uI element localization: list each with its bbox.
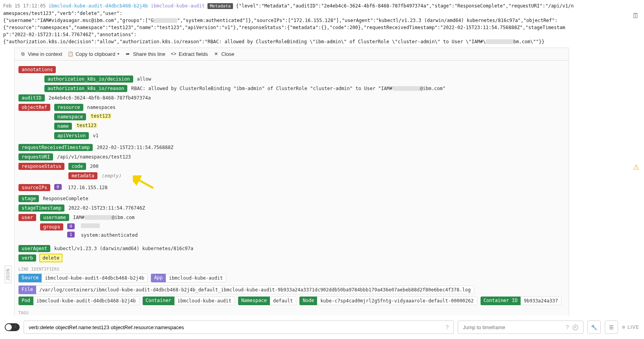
- chip-app[interactable]: Appibmcloud-kube-audit: [151, 274, 226, 282]
- log-timestamp: Feb 15 17:12:05: [3, 3, 46, 9]
- field-stage-timestamp[interactable]: stageTimestamp: [18, 205, 64, 212]
- clock-icon[interactable]: 🕘: [572, 324, 578, 330]
- chip-node[interactable]: Nodekube-c7sp4cad0mjrl2g5fntg-vidyaaarol…: [299, 297, 477, 305]
- chip-container[interactable]: Containeribmcloud-kube-audit: [143, 297, 235, 305]
- redacted-text: [81, 223, 100, 228]
- share-icon: ➦: [125, 51, 130, 57]
- array-index: 1: [67, 232, 75, 238]
- chip-file[interactable]: File/var/log/containers/ibmcloud-kube-au…: [18, 286, 474, 294]
- calendar-icon[interactable]: 🗓: [632, 12, 639, 20]
- array-index: 0: [67, 223, 75, 229]
- field-request-received-timestamp[interactable]: requestReceivedTimestamp: [18, 144, 93, 151]
- field-response-status[interactable]: responseStatus: [18, 163, 64, 170]
- json-tab[interactable]: JSON: [5, 265, 11, 283]
- field-resource[interactable]: resource: [54, 104, 83, 111]
- field-value: 200: [90, 163, 99, 169]
- help-icon[interactable]: ?: [446, 324, 449, 330]
- warning-icon[interactable]: ⚠: [633, 163, 639, 171]
- field-username[interactable]: username: [40, 214, 69, 221]
- search-input[interactable]: [29, 324, 446, 330]
- field-value: IAM#@ibm.com: [73, 214, 135, 220]
- chip-pod[interactable]: Podibmcloud-kube-audit-d4dbcb468-b2j4b: [18, 297, 139, 305]
- extract-fields-button[interactable]: <>Extract fields: [171, 51, 208, 57]
- list-icon: ☰: [609, 324, 614, 330]
- field-value: ResponseComplete: [43, 195, 88, 201]
- detail-toolbar: ⧉View in context 📋Copy to clipboard▾ ➦Sh…: [15, 48, 569, 61]
- field-verb[interactable]: verb: [18, 254, 36, 262]
- field-auth-decision[interactable]: authorization_k8s_io/decision: [44, 76, 133, 83]
- field-objectref[interactable]: objectRef: [18, 104, 50, 111]
- right-sidebar: 🗓 ⚠: [578, 0, 644, 339]
- log-header: Feb 15 17:12:05 ibmcloud-kube-audit-d4db…: [0, 0, 578, 48]
- help-icon[interactable]: ?: [566, 324, 569, 330]
- moon-icon: ☾: [14, 324, 18, 329]
- field-user[interactable]: user: [18, 214, 36, 221]
- chevron-down-icon: ▾: [117, 52, 119, 56]
- field-metadata[interactable]: metadata: [68, 172, 97, 179]
- code-icon: <>: [171, 51, 176, 57]
- tags-header: TAGS: [18, 311, 565, 315]
- field-value-highlighted: test123: [76, 123, 97, 128]
- field-auditid[interactable]: auditID: [18, 94, 45, 101]
- field-value: allow: [137, 76, 151, 82]
- field-groups[interactable]: groups: [40, 223, 63, 230]
- fields-list: annotations authorization_k8s_io/decisio…: [15, 61, 569, 339]
- chip-container-id[interactable]: Container ID9b933a24a337: [481, 297, 561, 305]
- chip-source[interactable]: Sourceibmcloud-kube-audit-d4dbcb468-b2j4…: [18, 274, 148, 282]
- field-value: namespaces: [87, 104, 116, 110]
- field-auth-reason[interactable]: authorization_k8s_io/reason: [44, 85, 127, 92]
- tools-button[interactable]: 🔧: [587, 321, 601, 334]
- live-dot-icon: [622, 326, 625, 329]
- field-value: /api/v1/namespaces/test123: [57, 153, 131, 160]
- log-source-app[interactable]: ibmcloud-kube-audit: [151, 3, 205, 9]
- live-indicator[interactable]: LIVE: [622, 324, 639, 330]
- field-annotations[interactable]: annotations: [18, 66, 56, 73]
- redacted-text: [486, 39, 513, 44]
- line-identifiers-header: LINE IDENTIFIERS: [18, 267, 565, 271]
- field-value-highlighted-boxed: delete: [40, 254, 62, 262]
- redacted-text: [84, 215, 112, 220]
- redacted-text: [154, 18, 177, 23]
- field-value-highlighted: test123: [90, 113, 112, 119]
- svg-line-0: [136, 179, 153, 188]
- field-value-empty: (empty): [101, 172, 121, 179]
- bottom-bar: ☾ ? ? 🕘 🔧 ☰ LIVE: [0, 315, 644, 339]
- field-value: 172.16.155.128: [68, 184, 108, 190]
- field-apiversion[interactable]: apiVersion: [54, 132, 89, 139]
- external-icon: ⧉: [20, 51, 26, 57]
- field-code[interactable]: code: [68, 163, 86, 170]
- field-user-agent[interactable]: userAgent: [18, 245, 50, 252]
- field-value: 2022-02-15T23:11:54.756888Z: [97, 144, 173, 150]
- theme-toggle[interactable]: ☾: [5, 323, 20, 331]
- timeframe-input[interactable]: [463, 324, 563, 330]
- view-in-context-button[interactable]: ⧉View in context: [20, 51, 62, 57]
- field-source-ips[interactable]: sourceIPs: [18, 184, 50, 191]
- search-box[interactable]: ?: [24, 321, 454, 334]
- field-request-uri[interactable]: requestURI: [18, 153, 53, 160]
- share-line-button[interactable]: ➦Share this line: [125, 51, 165, 57]
- array-index: 0: [54, 184, 62, 190]
- log-source-host[interactable]: ibmcloud-kube-audit-d4dbcb468-b2j4b: [49, 3, 148, 9]
- timeframe-box[interactable]: ? 🕘: [458, 321, 583, 334]
- field-value: kubectl/v1.23.3 (darwin/amd64) kubernete…: [54, 245, 193, 251]
- wrench-icon: 🔧: [591, 324, 597, 330]
- clipboard-icon: 📋: [68, 51, 73, 57]
- close-icon: ✕: [213, 51, 219, 57]
- field-value: RBAC: allowed by ClusterRoleBinding "ibm…: [131, 85, 446, 91]
- field-value: 2e4eb4c6-3624-4bf6-8468-787fb497374a: [49, 94, 151, 101]
- annotation-arrow: [133, 175, 156, 191]
- field-namespace[interactable]: namespace: [54, 113, 86, 120]
- field-value: 2022-02-15T23:11:54.776746Z: [68, 205, 145, 211]
- field-value: v1: [93, 132, 98, 138]
- log-detail-panel: ⧉View in context 📋Copy to clipboard▾ ➦Sh…: [14, 48, 569, 339]
- copy-to-clipboard-button[interactable]: 📋Copy to clipboard▾: [68, 51, 119, 57]
- field-stage[interactable]: stage: [18, 195, 39, 202]
- field-value: system:authenticated: [81, 232, 138, 238]
- field-name[interactable]: name: [54, 123, 72, 130]
- log-level-badge: Metadata: [207, 3, 233, 9]
- list-button[interactable]: ☰: [605, 321, 618, 334]
- chip-namespace[interactable]: Namespacedefault: [238, 297, 297, 305]
- close-button[interactable]: ✕Close: [213, 51, 234, 57]
- redacted-text: [393, 86, 420, 91]
